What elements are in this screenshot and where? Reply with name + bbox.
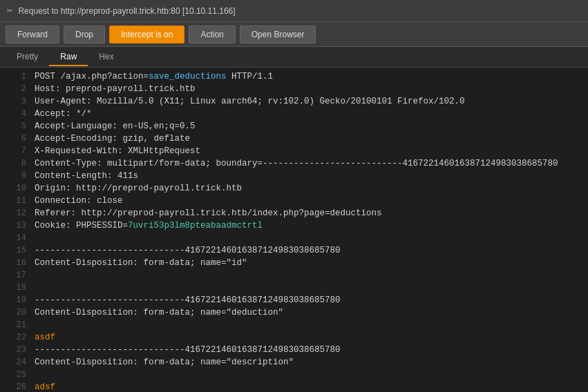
line-number: 20	[6, 306, 26, 319]
line-26: 26adsf	[0, 381, 588, 392]
line-number: 24	[6, 356, 26, 369]
line-part: HTTP/1.1	[227, 72, 274, 81]
line-text: -----------------------------41672214601…	[35, 244, 341, 257]
line-part: User-Agent: Mozilla/5.0 (X11; Linux aarc…	[35, 97, 465, 106]
line-number: 25	[6, 369, 26, 381]
line-number: 26	[6, 381, 26, 392]
line-13: 13Cookie: PHPSESSID=7uvri53p3lm8pteabaad…	[0, 219, 588, 232]
line-14: 14	[0, 232, 588, 244]
line-part: Accept-Language: en-US,en;q=0.5	[35, 121, 196, 131]
line-part: Host: preprod-payroll.trick.htb	[35, 84, 196, 94]
line-12: 12Referer: http://preprod-payroll.trick.…	[0, 207, 588, 219]
line-number: 22	[6, 331, 26, 344]
line-number: 13	[6, 219, 26, 232]
line-text: -----------------------------41672214601…	[35, 344, 341, 356]
line-number: 18	[6, 282, 26, 294]
line-3: 3User-Agent: Mozilla/5.0 (X11; Linux aar…	[0, 95, 588, 108]
link-icon: ✂	[7, 5, 12, 17]
tabs-bar: Pretty Raw Hex	[0, 47, 588, 68]
line-number: 6	[6, 133, 26, 145]
line-number: 8	[6, 157, 26, 170]
line-part: Connection: close	[35, 196, 123, 206]
tab-pretty[interactable]: Pretty	[6, 48, 49, 66]
line-part: -----------------------------41672214601…	[35, 295, 341, 305]
line-text: -----------------------------41672214601…	[35, 294, 341, 306]
line-25: 25	[0, 369, 588, 381]
line-number: 16	[6, 257, 26, 269]
line-part: Content-Type: multipart/form-data; bound…	[35, 159, 558, 168]
line-part: Accept: */*	[35, 109, 92, 119]
line-part: X-Requested-With: XMLHttpRequest	[35, 146, 200, 156]
line-part: save_deductions	[149, 72, 227, 81]
line-text: Accept: */*	[35, 108, 92, 120]
open-browser-button[interactable]: Open Browser	[240, 26, 316, 43]
line-text: Host: preprod-payroll.trick.htb	[35, 83, 196, 95]
drop-button[interactable]: Drop	[64, 26, 105, 43]
line-text: asdf	[35, 331, 55, 344]
line-part: -----------------------------41672214601…	[35, 345, 341, 355]
line-text: Content-Length: 411s	[35, 170, 138, 182]
line-part: asdf	[35, 333, 55, 342]
line-text: Connection: close	[35, 195, 123, 207]
line-number: 3	[6, 95, 26, 108]
line-16: 16Content-Disposition: form-data; name="…	[0, 257, 588, 269]
line-part: Content-Disposition: form-data; name="id…	[35, 258, 247, 268]
line-text: Referer: http://preprod-payroll.trick.ht…	[35, 207, 382, 219]
line-part: adsf	[35, 382, 55, 392]
line-part: Content-Disposition: form-data; name="de…	[35, 357, 294, 367]
line-text: adsf	[35, 381, 55, 392]
line-text: Content-Disposition: form-data; name="de…	[35, 306, 283, 319]
line-18: 18	[0, 282, 588, 294]
line-number: 2	[6, 83, 26, 95]
line-23: 23-----------------------------416722146…	[0, 344, 588, 356]
line-text: Accept-Encoding: gzip, deflate	[35, 133, 190, 145]
line-4: 4Accept: */*	[0, 108, 588, 120]
line-number: 17	[6, 269, 26, 282]
line-text: Cookie: PHPSESSID=7uvri53p3lm8pteabaadmc…	[35, 219, 263, 232]
line-number: 15	[6, 244, 26, 257]
line-text: POST /ajax.php?action=save_deductions HT…	[35, 70, 273, 83]
line-number: 10	[6, 182, 26, 195]
line-5: 5Accept-Language: en-US,en;q=0.5	[0, 120, 588, 133]
line-part: POST /ajax.php?action=	[35, 72, 149, 81]
toolbar: Forward Drop Intercept is on Action Open…	[0, 22, 588, 47]
line-number: 12	[6, 207, 26, 219]
tab-hex[interactable]: Hex	[88, 48, 124, 66]
line-15: 15-----------------------------416722146…	[0, 244, 588, 257]
line-20: 20Content-Disposition: form-data; name="…	[0, 306, 588, 319]
line-8: 8Content-Type: multipart/form-data; boun…	[0, 157, 588, 170]
action-button[interactable]: Action	[189, 26, 235, 43]
line-number: 11	[6, 195, 26, 207]
line-number: 5	[6, 120, 26, 133]
line-part: -----------------------------41672214601…	[35, 246, 341, 255]
line-number: 14	[6, 232, 26, 244]
line-number: 19	[6, 294, 26, 306]
line-7: 7X-Requested-With: XMLHttpRequest	[0, 145, 588, 157]
line-19: 19-----------------------------416722146…	[0, 294, 588, 306]
line-number: 23	[6, 344, 26, 356]
intercept-button[interactable]: Intercept is on	[109, 26, 184, 43]
line-11: 11Connection: close	[0, 195, 588, 207]
line-text: Origin: http://preprod-payroll.trick.htb	[35, 182, 242, 195]
line-text: X-Requested-With: XMLHttpRequest	[35, 145, 200, 157]
line-number: 9	[6, 170, 26, 182]
line-part: Content-Disposition: form-data; name="de…	[35, 308, 283, 317]
line-10: 10Origin: http://preprod-payroll.trick.h…	[0, 182, 588, 195]
line-text: Content-Disposition: form-data; name="de…	[35, 356, 294, 369]
line-part: Origin: http://preprod-payroll.trick.htb	[35, 184, 242, 193]
line-part: Cookie: PHPSESSID=	[35, 221, 128, 231]
line-number: 1	[6, 70, 26, 83]
line-2: 2Host: preprod-payroll.trick.htb	[0, 83, 588, 95]
title-text: Request to http://preprod-payroll.trick.…	[18, 6, 235, 16]
forward-button[interactable]: Forward	[6, 26, 59, 43]
line-part: Content-Length: 411s	[35, 171, 138, 181]
line-17: 17	[0, 269, 588, 282]
tab-raw[interactable]: Raw	[49, 48, 88, 66]
line-number: 4	[6, 108, 26, 120]
request-content[interactable]: 1POST /ajax.php?action=save_deductions H…	[0, 68, 588, 392]
line-part: 7uvri53p3lm8pteabaadmctrtl	[128, 221, 263, 231]
line-part: Referer: http://preprod-payroll.trick.ht…	[35, 208, 382, 218]
line-6: 6Accept-Encoding: gzip, deflate	[0, 133, 588, 145]
line-part: Accept-Encoding: gzip, deflate	[35, 134, 190, 144]
line-1: 1POST /ajax.php?action=save_deductions H…	[0, 70, 588, 83]
